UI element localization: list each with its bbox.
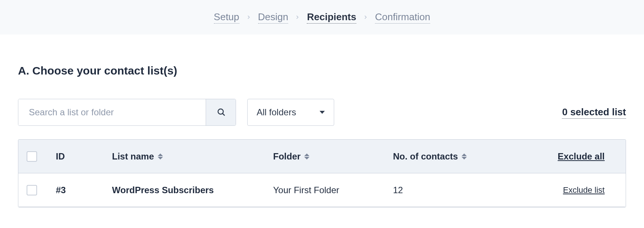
column-header-id: ID [56,151,65,162]
breadcrumb-item-confirmation[interactable]: Confirmation [375,11,430,24]
row-checkbox[interactable] [27,185,37,195]
select-all-checkbox[interactable] [27,151,37,162]
chevron-right-icon [295,15,300,20]
controls-row: All folders 0 selected list [18,99,626,126]
column-header-folder[interactable]: Folder [273,151,300,162]
breadcrumb-item-design[interactable]: Design [258,11,288,24]
row-list-name: WordPress Subscribers [112,185,214,195]
chevron-right-icon [363,15,368,20]
column-header-name[interactable]: List name [112,151,154,162]
search-input[interactable] [18,99,206,125]
search-icon [217,107,226,118]
folder-select[interactable]: All folders [247,99,334,126]
selected-list-count[interactable]: 0 selected list [562,106,626,119]
content-area: A. Choose your contact list(s) All folde… [0,34,644,207]
row-contact-count: 12 [393,185,403,195]
row-folder: Your First Folder [273,185,339,195]
chevron-right-icon [246,15,251,20]
contact-lists-table: ID List name Folder No. of contacts [18,139,626,207]
breadcrumb-item-recipients[interactable]: Recipients [307,11,356,24]
caret-down-icon [320,111,325,114]
table-row[interactable]: #3 WordPress Subscribers Your First Fold… [18,173,626,207]
sort-icon[interactable] [304,153,309,159]
row-id: #3 [56,185,66,195]
sort-icon[interactable] [462,153,467,159]
section-title: A. Choose your contact list(s) [18,64,626,77]
breadcrumb: Setup Design Recipients Confirmation [0,0,644,34]
table-header-row: ID List name Folder No. of contacts [18,140,626,173]
column-header-contacts[interactable]: No. of contacts [393,151,458,162]
search-button[interactable] [206,99,236,125]
sort-icon[interactable] [158,153,163,159]
breadcrumb-item-setup[interactable]: Setup [214,11,239,24]
folder-select-label: All folders [257,107,296,118]
exclude-all-link[interactable]: Exclude all [558,151,605,162]
search-group [18,99,236,126]
exclude-list-link[interactable]: Exclude list [563,185,605,195]
svg-line-1 [223,113,224,115]
